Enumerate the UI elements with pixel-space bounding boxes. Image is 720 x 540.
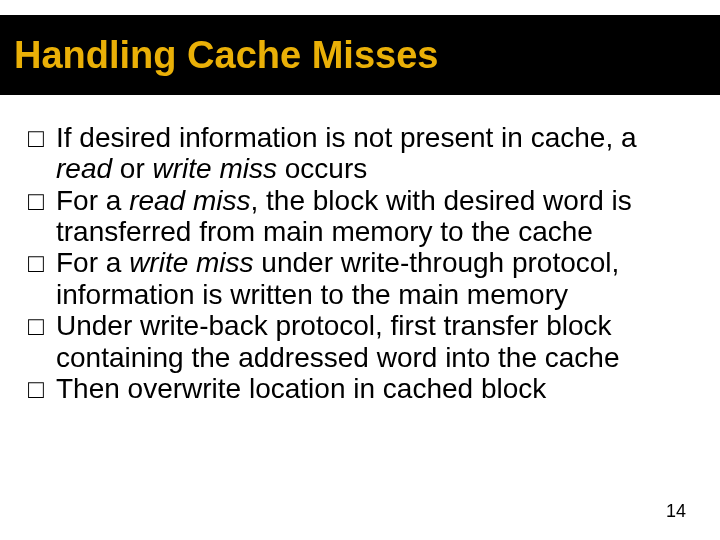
bullet-item: □For a read miss, the block with desired…: [28, 185, 696, 248]
bullet-item: □Under write-back protocol, first transf…: [28, 310, 696, 373]
bullet-marker-icon: □: [28, 375, 56, 404]
bullet-marker-icon: □: [28, 187, 56, 216]
bullet-item: □For a write miss under write-through pr…: [28, 247, 696, 310]
bullet-text: Then overwrite location in cached block: [56, 373, 546, 404]
bullet-marker-icon: □: [28, 312, 56, 341]
bullet-text: For a read miss, the block with desired …: [56, 185, 632, 247]
bullet-text: For a write miss under write-through pro…: [56, 247, 619, 309]
slide-title: Handling Cache Misses: [0, 34, 438, 77]
bullet-marker-icon: □: [28, 124, 56, 153]
slide: Handling Cache Misses □If desired inform…: [0, 0, 720, 540]
bullet-text: Under write-back protocol, first transfe…: [56, 310, 620, 372]
bullet-marker-icon: □: [28, 249, 56, 278]
bullet-item: □Then overwrite location in cached block: [28, 373, 696, 404]
bullet-item: □If desired information is not present i…: [28, 122, 696, 185]
bullet-text: If desired information is not present in…: [56, 122, 637, 184]
title-band: Handling Cache Misses: [0, 15, 720, 95]
page-number: 14: [666, 501, 686, 522]
body-text: □If desired information is not present i…: [28, 122, 696, 404]
